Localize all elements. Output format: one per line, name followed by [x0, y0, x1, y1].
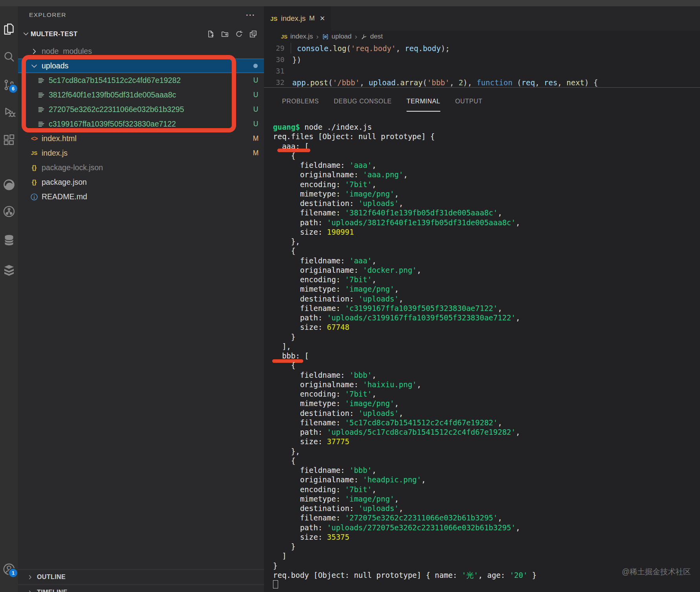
accounts-icon[interactable]: 1 — [2, 562, 16, 576]
file-icon — [37, 91, 46, 99]
tree-item-label: c3199167ffa1039f505f323830ae7122 — [49, 120, 176, 129]
project-section-header[interactable]: MULTER-TEST — [18, 24, 264, 44]
terminal-line: mimetype: 'image/png', — [273, 494, 700, 504]
edge-browser-icon[interactable] — [2, 178, 16, 192]
terminal-line: }, — [273, 237, 700, 246]
terminal-line: } — [273, 332, 700, 342]
breadcrumb-item-dest[interactable]: dest — [360, 33, 383, 40]
terminal-cursor — [273, 580, 278, 588]
explorer-title: EXPLORER — [29, 11, 66, 18]
wrench-icon — [360, 33, 368, 40]
tree-item-index.js[interactable]: JSindex.jsM — [18, 146, 264, 160]
terminal-line: originalname: 'haixiu.png', — [273, 380, 700, 389]
terminal-line: size: 37775 — [273, 437, 700, 446]
code-line: 32app.post('/bbb', upload.array('bbb', 2… — [264, 77, 700, 88]
tree-item-3812f640f1e139fb05df31de005aaa8c[interactable]: 3812f640f1e139fb05df31de005aaa8cU — [18, 88, 264, 102]
collapse-all-icon[interactable] — [249, 29, 258, 39]
tree-item-package-lock.json[interactable]: {}package-lock.json — [18, 160, 264, 175]
terminal-line: { — [273, 151, 700, 160]
close-icon[interactable]: × — [320, 13, 325, 24]
outline-section[interactable]: OUTLINE — [18, 569, 264, 585]
terminal-line — [273, 580, 700, 589]
terminal-line: path: 'uploads/5c17cd8ca7b1541512c2c4fd6… — [273, 427, 700, 437]
tree-item-5c17cd8ca7b1541512c2c4fd67e19282[interactable]: 5c17cd8ca7b1541512c2c4fd67e19282U — [18, 73, 264, 88]
project-name: MULTER-TEST — [31, 30, 78, 38]
window-titlebar — [0, 0, 700, 6]
terminal-line: path: 'uploads/3812f640f1e139fb05df31de0… — [273, 218, 700, 227]
terminal-line: encoding: '7bit', — [273, 275, 700, 284]
chevron-down-icon — [30, 62, 38, 70]
terminal-line: destination: 'uploads', — [273, 408, 700, 418]
tree-item-label: 5c17cd8ca7b1541512c2c4fd67e19282 — [49, 76, 181, 85]
tab-index-js[interactable]: JS index.js M × — [264, 6, 331, 31]
terminal-line: path: 'uploads/c3199167ffa1039f505f32383… — [273, 313, 700, 322]
terminal-line: }, — [273, 447, 700, 456]
git-status-badge: U — [251, 105, 261, 114]
gitlens-icon[interactable] — [2, 204, 16, 219]
breadcrumb-item-upload[interactable]: upload — [322, 33, 352, 40]
run-debug-icon[interactable] — [2, 105, 16, 120]
tree-item-index.html[interactable]: <>index.htmlM — [18, 131, 264, 146]
new-folder-icon[interactable] — [220, 29, 229, 39]
timeline-section[interactable]: TIMELINE — [18, 585, 264, 592]
code-line: 29console.log('req.body', req.body); — [264, 42, 700, 54]
terminal-line: ], — [273, 342, 700, 351]
terminal-output[interactable]: guang$ node ./index.jsreq.files [Object:… — [264, 115, 700, 592]
tree-item-label: index.html — [42, 134, 77, 143]
terminal-line: fieldname: 'aaa', — [273, 256, 700, 265]
redis-icon[interactable] — [2, 263, 16, 278]
terminal-line: path: 'uploads/272075e3262c22311066e032b… — [273, 523, 700, 532]
js-file-icon: JS — [30, 149, 38, 158]
tab-label: index.js — [281, 14, 306, 23]
git-status-badge: U — [251, 91, 261, 99]
line-number: 32 — [264, 78, 284, 86]
breadcrumb-separator: › — [316, 32, 319, 41]
search-icon[interactable] — [2, 50, 16, 64]
terminal-line: originalname: 'aaa.png', — [273, 170, 700, 179]
breadcrumb-label: upload — [332, 33, 352, 40]
json-file-icon: {} — [30, 178, 38, 187]
terminal-line: fieldname: 'aaa', — [273, 160, 700, 170]
tree-item-uploads[interactable]: uploads — [18, 59, 264, 73]
bottom-panel: PROBLEMSDEBUG CONSOLETERMINALOUTPUT guan… — [264, 87, 700, 592]
terminal-line: destination: 'uploads', — [273, 504, 700, 513]
explorer-toolbar — [206, 29, 264, 39]
code-editor[interactable]: 29console.log('req.body', req.body);30})… — [264, 42, 700, 87]
js-file-icon: JS — [270, 15, 277, 22]
panel-tab-terminal[interactable]: TERMINAL — [407, 88, 440, 115]
git-status-badge: U — [251, 76, 261, 85]
breadcrumb-separator: › — [355, 32, 357, 41]
terminal-line: mimetype: 'image/png', — [273, 399, 700, 408]
terminal-line: filename: '5c17cd8ca7b1541512c2c4fd67e19… — [273, 418, 700, 427]
source-control-icon[interactable]: 6 — [2, 78, 16, 92]
file-tree: node_modulesuploads5c17cd8ca7b1541512c2c… — [18, 44, 264, 204]
breadcrumb-label: dest — [370, 33, 383, 40]
tree-item-c3199167ffa1039f505f323830ae7122[interactable]: c3199167ffa1039f505f323830ae7122U — [18, 117, 264, 131]
terminal-line: originalname: 'docker.png', — [273, 265, 700, 275]
git-modified-badge: M — [309, 15, 315, 22]
tree-item-272075e3262c22311066e032b61b3295[interactable]: 272075e3262c22311066e032b61b3295U — [18, 102, 264, 117]
chevron-right-icon — [27, 589, 33, 592]
json-file-icon: {} — [30, 164, 38, 172]
panel-tab-debug-console[interactable]: DEBUG CONSOLE — [334, 88, 392, 115]
explorer-icon[interactable] — [2, 22, 16, 36]
tree-item-node_modules[interactable]: node_modules — [18, 44, 264, 59]
folder-changed-dot — [253, 64, 258, 68]
extensions-icon[interactable] — [2, 133, 16, 147]
line-number: 31 — [264, 67, 284, 75]
tree-item-label: 3812f640f1e139fb05df31de005aaa8c — [49, 90, 176, 99]
breadcrumb-item-index.js[interactable]: JSindex.js — [280, 33, 313, 40]
new-file-icon[interactable] — [206, 29, 215, 39]
panel-tab-problems[interactable]: PROBLEMS — [282, 88, 319, 115]
refresh-icon[interactable] — [235, 29, 244, 39]
tree-item-README.md[interactable]: README.md — [18, 189, 264, 204]
terminal-line: size: 67748 — [273, 322, 700, 332]
panel-tab-output[interactable]: OUTPUT — [455, 88, 482, 115]
chevron-down-icon — [22, 30, 30, 38]
database-icon[interactable] — [2, 233, 16, 247]
tree-item-package.json[interactable]: {}package.json — [18, 175, 264, 189]
more-actions-icon[interactable]: ⋯ — [246, 13, 255, 17]
code-text: app.post('/bbb', upload.array('bbb', 2),… — [292, 78, 598, 87]
terminal-line: encoding: '7bit', — [273, 389, 700, 399]
terminal-line: aaa: [ — [273, 142, 700, 151]
